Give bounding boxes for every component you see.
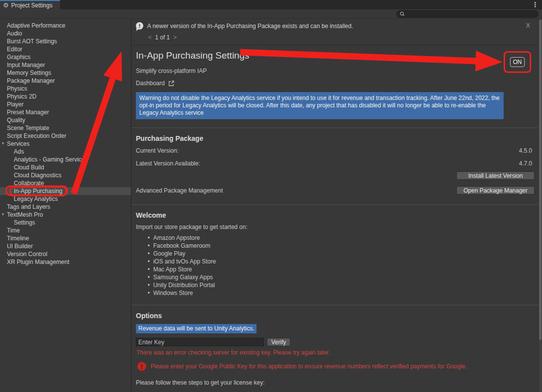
welcome-heading: Welcome — [136, 211, 538, 219]
foldout-triangle-icon[interactable]: ▼ — [1, 212, 5, 217]
google-key-warning-row: ! Please enter your Google Public Key fo… — [137, 362, 538, 371]
sidebar-item-label: UI Builder — [7, 243, 33, 250]
latest-version-row: Latest Version Available: 4.7.0 — [131, 160, 538, 167]
legacy-analytics-warning-box: Warning do not disable the Legacy Analyt… — [136, 92, 504, 119]
sidebar-item-label: Settings — [14, 219, 35, 226]
search-input[interactable] — [407, 11, 530, 17]
advanced-package-label: Advanced Package Management — [136, 187, 223, 194]
on-toggle-annotation-box: ON — [504, 51, 531, 73]
key-check-error-text: There was an error checking server for e… — [136, 349, 538, 356]
sidebar-item[interactable]: ▼ Version Control — [0, 250, 131, 258]
sidebar-item-label: Input Manager — [7, 62, 45, 68]
pager-label: 1 of 1 — [155, 34, 170, 41]
sidebar-item[interactable]: ▼ Preset Manager — [0, 108, 131, 116]
tab-project-settings[interactable]: ⚙ Project Settings — [0, 0, 60, 9]
sidebar-item[interactable]: ▼ Package Manager — [0, 77, 131, 85]
store-list-item: Google Play — [131, 250, 538, 258]
settings-toolbar — [0, 9, 542, 19]
store-list: Amazon AppstoreFacebook GameroomGoogle P… — [131, 234, 538, 297]
sidebar-item[interactable]: ▼ UI Builder — [0, 242, 131, 250]
sidebar-item[interactable]: ▼ Tags and Layers — [0, 203, 131, 211]
google-key-warning-text: Please enter your Google Public Key for … — [151, 363, 467, 370]
welcome-intro: Import our store package to get started … — [136, 224, 538, 230]
sidebar-item[interactable]: ▼ Settings — [0, 219, 131, 227]
sidebar-item[interactable]: ▼ Ads — [0, 148, 131, 156]
sidebar-item[interactable]: ▼ Adaptive Performance — [0, 22, 131, 30]
verify-button[interactable]: Verify — [267, 338, 290, 346]
store-list-item: Facebook Gameroom — [131, 242, 538, 250]
vertical-scrollbar[interactable] — [538, 19, 542, 392]
section-divider — [131, 204, 538, 205]
page-subtitle: Simplify cross-platform IAP — [136, 67, 249, 74]
current-version-value: 4.5.0 — [519, 147, 532, 154]
sidebar-item-label: TextMesh Pro — [7, 211, 43, 218]
sidebar-item-label: Time — [7, 227, 20, 234]
title-bar: ⚙ Project Settings ⋮ — [0, 0, 542, 9]
sidebar-item-label: Legacy Analytics — [14, 196, 58, 202]
pager-prev-icon[interactable]: < — [148, 34, 152, 41]
sidebar-item[interactable]: ▼ Input Manager — [0, 61, 131, 69]
latest-version-label: Latest Version Available: — [136, 160, 200, 167]
error-circle-icon: ! — [137, 362, 146, 371]
pager-next-icon[interactable]: > — [173, 34, 177, 41]
sidebar-item[interactable]: ▼ Legacy Analytics — [0, 195, 131, 203]
sidebar-item[interactable]: ▼ Player — [0, 100, 131, 108]
sidebar-item[interactable]: ▼ Audio — [0, 30, 131, 37]
sidebar-item-label: Package Manager — [7, 77, 55, 84]
close-icon[interactable]: X — [526, 22, 530, 29]
scrollbar-thumb[interactable] — [539, 20, 542, 340]
sidebar-item-label: Services — [7, 140, 30, 147]
store-list-item: Samsung Galaxy Apps — [131, 273, 538, 281]
store-list-item: Mac App Store — [131, 265, 538, 273]
sidebar-item-label: Burst AOT Settings — [7, 38, 57, 45]
service-on-toggle[interactable]: ON — [510, 57, 525, 67]
page-title: In-App Purchasing Settings — [136, 50, 249, 61]
steps-intro: Please follow these steps to get your li… — [136, 379, 538, 386]
sidebar-item[interactable]: ▼ Quality — [0, 116, 131, 124]
section-divider — [131, 305, 538, 305]
sidebar-item-label: Memory Settings — [7, 69, 51, 76]
page-header: In-App Purchasing Settings Simplify cros… — [131, 45, 538, 87]
sidebar-item[interactable]: ▼ Burst AOT Settings — [0, 37, 131, 45]
store-list-item: iOS and tvOs App Store — [131, 258, 538, 265]
sidebar-item-label: Graphics — [7, 54, 31, 61]
install-latest-version-button[interactable]: Install Latest Version — [456, 171, 535, 180]
sidebar-item[interactable]: ▼ Memory Settings — [0, 69, 131, 77]
license-key-input[interactable] — [136, 338, 264, 346]
sidebar-item-label: Adaptive Performance — [7, 22, 65, 29]
sidebar-item[interactable]: ▼ Editor — [0, 45, 131, 53]
sidebar-item[interactable]: ▼ In-App Purchasing — [0, 187, 131, 195]
sidebar-item-label: Tags and Layers — [7, 203, 50, 210]
sidebar-item-label: Analytics - Gaming Services — [14, 156, 88, 163]
sidebar-item[interactable]: ▼ Timeline — [0, 234, 131, 242]
store-list-item: Unity Distribution Portal — [131, 281, 538, 289]
sidebar-item[interactable]: ▼ Cloud Diagnostics — [0, 171, 131, 179]
sidebar-item[interactable]: ▼ Scene Template — [0, 124, 131, 132]
search-box[interactable] — [396, 10, 539, 18]
purchasing-package-heading: Purchasing Package — [136, 134, 538, 142]
sidebar-item-label: Ads — [14, 148, 24, 155]
dashboard-link[interactable]: Dashboard — [136, 80, 249, 87]
sidebar-item[interactable]: ▼ XR Plugin Management — [0, 258, 131, 266]
revenue-note-chip: Revenue data will be sent to Unity Analy… — [136, 324, 256, 333]
sidebar-item[interactable]: ▼ Analytics - Gaming Services — [0, 156, 131, 163]
options-heading: Options — [136, 312, 538, 320]
sidebar-item[interactable]: ▼ Physics 2D — [0, 93, 131, 100]
sidebar-item-label: Physics 2D — [7, 93, 36, 100]
sidebar-item[interactable]: ▼ Graphics — [0, 53, 131, 61]
sidebar-item[interactable]: ▼ Services — [0, 140, 131, 148]
sidebar-item[interactable]: ▼ Script Execution Order — [0, 132, 131, 140]
foldout-triangle-icon[interactable]: ▼ — [1, 141, 5, 146]
current-version-row: Current Version: 4.5.0 — [131, 147, 538, 154]
sidebar-item[interactable]: ▼ TextMesh Pro — [0, 211, 131, 219]
store-list-item: Amazon Appstore — [131, 234, 538, 242]
open-package-manager-button[interactable]: Open Package Manager — [456, 186, 535, 195]
sidebar-item[interactable]: ▼ Physics — [0, 85, 131, 93]
sidebar-item-label: Preset Manager — [7, 109, 49, 116]
kebab-menu-icon[interactable]: ⋮ — [532, 0, 539, 8]
sidebar-item-label: Collaborate — [14, 180, 44, 187]
gear-icon: ⚙ — [3, 2, 9, 8]
sidebar-item-label: Script Execution Order — [7, 132, 66, 139]
sidebar-item[interactable]: ▼ Cloud Build — [0, 163, 131, 171]
sidebar-item[interactable]: ▼ Time — [0, 227, 131, 234]
